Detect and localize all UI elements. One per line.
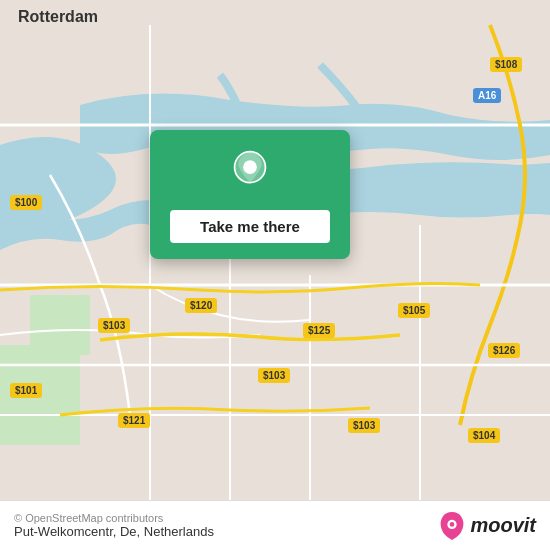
svg-rect-2: [30, 295, 90, 355]
svg-point-14: [450, 522, 455, 527]
location-label: Put-Welkomcentr, De, Netherlands: [14, 524, 214, 539]
badge-s103-2: $103: [258, 368, 290, 383]
badge-s103-3: $103: [348, 418, 380, 433]
badge-s121: $121: [118, 413, 150, 428]
attribution: © OpenStreetMap contributors: [14, 512, 214, 524]
moovit-logo: moovit: [438, 512, 536, 540]
moovit-brand-text: moovit: [470, 514, 536, 537]
svg-rect-0: [0, 25, 550, 525]
badge-s105: $105: [398, 303, 430, 318]
take-me-there-button[interactable]: Take me there: [170, 210, 330, 243]
badge-s120: $120: [185, 298, 217, 313]
badge-s103-1: $103: [98, 318, 130, 333]
map-container: Rotterdam $100 $108 A16 $120 $103 $103 $…: [0, 0, 550, 550]
badge-s104: $104: [468, 428, 500, 443]
location-pin-icon: [226, 150, 274, 198]
badge-s100: $100: [10, 195, 42, 210]
bottom-bar: © OpenStreetMap contributors Put-Welkomc…: [0, 500, 550, 550]
city-label-rotterdam: Rotterdam: [18, 8, 98, 26]
moovit-pin-icon: [438, 512, 466, 540]
overlay-card[interactable]: Take me there: [150, 130, 350, 259]
badge-s126: $126: [488, 343, 520, 358]
badge-s125: $125: [303, 323, 335, 338]
badge-a16: A16: [473, 88, 501, 103]
map-svg: [0, 0, 550, 550]
badge-s101: $101: [10, 383, 42, 398]
bottom-info: © OpenStreetMap contributors Put-Welkomc…: [14, 512, 214, 539]
badge-s108: $108: [490, 57, 522, 72]
